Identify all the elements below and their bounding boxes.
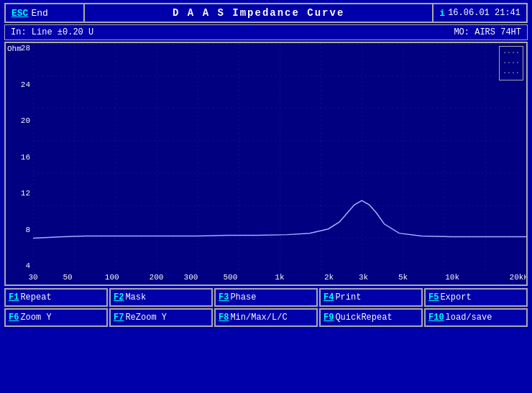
- end-label: End: [31, 8, 47, 19]
- kb-row-2: F6 Zoom Y F7 ReZoom Y F8 Min/Max/L/C F9 …: [4, 308, 528, 327]
- f5-label: Export: [440, 292, 471, 302]
- f2-button[interactable]: F2 Mask: [109, 288, 213, 307]
- x-label-3k: 3k: [359, 273, 368, 282]
- f6-label: Zoom Y: [20, 313, 51, 323]
- info-icon: i: [439, 8, 445, 19]
- x-label-200: 200: [150, 273, 164, 282]
- x-label-100: 100: [105, 273, 119, 282]
- x-label-30: 30: [28, 273, 37, 282]
- legend-line3: ····: [503, 68, 520, 78]
- legend-line2: ····: [503, 58, 520, 68]
- y-axis: 28 24 20 16 12 8 4: [6, 43, 33, 270]
- f8-label: Min/Max/L/C: [230, 313, 287, 323]
- f3-label: Phase: [230, 292, 256, 302]
- f2-label: Mask: [125, 292, 146, 302]
- y-label-24: 24: [21, 81, 30, 89]
- y-label-4: 4: [25, 262, 30, 270]
- f5-key: F5: [428, 292, 439, 302]
- y-label-8: 8: [25, 226, 30, 234]
- legend-box: ···· ···· ····: [499, 46, 523, 80]
- input-source: In: Line ±0.20 U: [11, 27, 454, 37]
- f8-button[interactable]: F8 Min/Max/L/C: [214, 308, 318, 327]
- f5-button[interactable]: F5 Export: [424, 288, 528, 307]
- f9-label: QuickRepeat: [335, 313, 392, 323]
- f6-key: F6: [9, 313, 19, 323]
- x-label-5k: 5k: [398, 273, 408, 282]
- f7-label: ReZoom Y: [125, 313, 167, 323]
- f1-label: Repeat: [20, 292, 51, 302]
- f10-label: load/save: [446, 313, 492, 323]
- y-label-16: 16: [21, 154, 30, 162]
- legend-line1: ····: [503, 48, 520, 58]
- f1-button[interactable]: F1 Repeat: [4, 288, 108, 307]
- x-label-1k: 1k: [275, 273, 284, 282]
- input-bar: In: Line ±0.20 U MO: AIRS 74HT: [4, 24, 528, 40]
- top-bar-right: i 16.06.01 21:41: [432, 4, 526, 22]
- top-bar: ESC End D A A S Impedance Curve i 16.06.…: [4, 3, 528, 23]
- x-label-300: 300: [184, 273, 198, 282]
- x-label-20k: 20kHz: [510, 273, 528, 282]
- f1-key: F1: [9, 292, 19, 302]
- f10-key: F10: [428, 313, 444, 323]
- f6-button[interactable]: F6 Zoom Y: [4, 308, 108, 327]
- app-title: D A A S Impedance Curve: [85, 7, 432, 19]
- input-model: MO: AIRS 74HT: [454, 27, 521, 37]
- x-label-50: 50: [63, 273, 72, 282]
- f4-label: Print: [335, 292, 361, 302]
- chart-area: Ohm 28 24 20 16 12 8 4: [4, 42, 528, 286]
- x-label-10k: 10k: [445, 273, 459, 282]
- x-label-500: 500: [223, 273, 237, 282]
- f4-button[interactable]: F4 Print: [319, 288, 423, 307]
- f3-button[interactable]: F3 Phase: [214, 288, 318, 307]
- top-bar-left: ESC End: [6, 4, 85, 22]
- chart-inner: ···· ···· ····: [33, 43, 526, 270]
- y-label-12: 12: [21, 190, 30, 198]
- f4-key: F4: [324, 292, 334, 302]
- kb-row-1: F1 Repeat F2 Mask F3 Phase F4 Print F5 E…: [4, 288, 528, 307]
- f7-button[interactable]: F7 ReZoom Y: [109, 308, 213, 327]
- y-label-28: 28: [21, 45, 30, 52]
- y-label-20: 20: [21, 117, 30, 125]
- f7-key: F7: [114, 313, 124, 323]
- f2-key: F2: [114, 292, 124, 302]
- f8-key: F8: [219, 313, 229, 323]
- x-axis: 30 50 100 200 300 500 1k 2k 3k 5k 10k 20…: [33, 270, 526, 285]
- f9-key: F9: [324, 313, 334, 323]
- esc-button[interactable]: ESC: [12, 8, 28, 19]
- timestamp: 16.06.01 21:41: [448, 8, 520, 18]
- chart-svg: [33, 43, 526, 270]
- f10-button[interactable]: F10 load/save: [424, 308, 528, 327]
- x-label-2k: 2k: [324, 273, 334, 282]
- f9-button[interactable]: F9 QuickRepeat: [319, 308, 423, 327]
- keyboard-bars: F1 Repeat F2 Mask F3 Phase F4 Print F5 E…: [4, 288, 528, 327]
- f3-key: F3: [219, 292, 229, 302]
